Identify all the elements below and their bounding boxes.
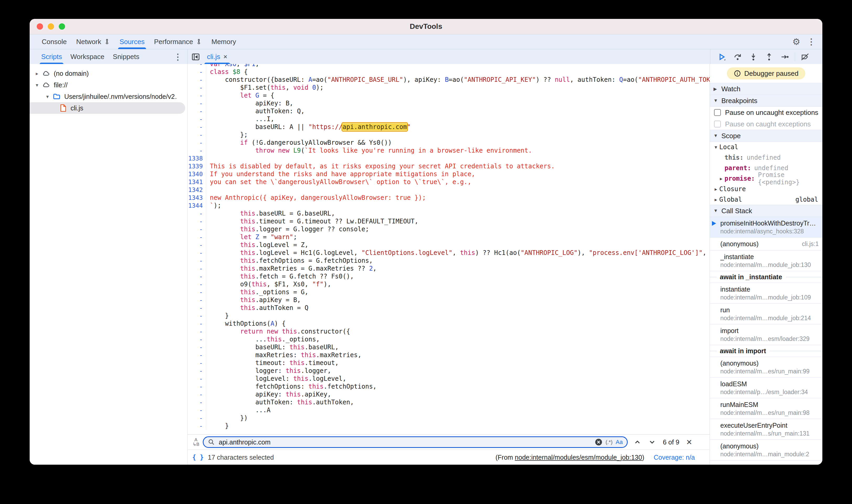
call-stack-section-header[interactable]: ▼Call Stack (710, 205, 822, 217)
code-line[interactable]: - this.authToken = Q (188, 304, 710, 312)
code-line[interactable]: - this.fetchOptions = G.fetchOptions, (188, 257, 710, 265)
line-number-gutter[interactable]: - (188, 91, 206, 100)
code-text[interactable]: let G = { (206, 91, 274, 100)
line-number-gutter[interactable]: - (188, 296, 206, 304)
code-text[interactable]: this.logger = G.logger ?? console; (206, 225, 369, 233)
scope-section-header[interactable]: ▼Scope (710, 130, 822, 142)
source-link[interactable]: node:internal/modules/esm/module_job:130 (515, 454, 642, 461)
line-number-gutter[interactable]: - (188, 217, 206, 225)
code-line[interactable]: 1340If you understand the risks and have… (188, 170, 710, 178)
chevron-down-icon[interactable]: ▾ (45, 94, 50, 100)
code-text[interactable]: this.maxRetries = G.maxRetries ?? 2, (206, 265, 377, 272)
line-number-gutter[interactable]: - (188, 123, 206, 131)
code-line[interactable]: - this.logLevel = Z, (188, 241, 710, 249)
line-number-gutter[interactable]: - (188, 241, 206, 249)
line-number-gutter[interactable]: 1340 (188, 170, 206, 178)
code-line[interactable]: - fetchOptions: this.fetchOptions, (188, 383, 710, 391)
code-line[interactable]: - logLevel: this.logLevel, (188, 375, 710, 383)
call-stack-frame[interactable]: (anonymous)cli.js:1 (710, 238, 822, 250)
code-text[interactable]: }; (206, 131, 248, 139)
code-text[interactable]: throw new L9(`It looks like you're runni… (206, 147, 532, 155)
close-tab-icon[interactable]: × (224, 53, 227, 61)
code-line[interactable]: - if (!G.dangerouslyAllowBrowser && Ys0(… (188, 139, 710, 147)
chevron-right-icon[interactable]: ▸ (34, 71, 40, 76)
code-text[interactable]: $F1.set(this, void 0); (206, 84, 324, 91)
code-text[interactable]: ...A (206, 406, 270, 414)
call-stack-frame[interactable]: importnode:internal/m…esm/loader:329 (710, 324, 822, 345)
code-line[interactable]: - this.logLevel = Hc1(G.logLevel, "Clien… (188, 249, 710, 257)
code-text[interactable]: this.apiKey = B, (206, 296, 301, 304)
code-text[interactable]: class $8 { (206, 68, 248, 76)
line-number-gutter[interactable]: - (188, 272, 206, 280)
code-line[interactable]: - apiKey: B, (188, 100, 710, 107)
code-text[interactable]: timeout: this.timeout, (206, 359, 339, 367)
line-number-gutter[interactable]: - (188, 351, 206, 359)
line-number-gutter[interactable]: - (188, 76, 206, 84)
line-number-gutter[interactable]: 1344 (188, 202, 206, 210)
line-number-gutter[interactable]: - (188, 375, 206, 383)
line-number-gutter[interactable]: - (188, 265, 206, 272)
settings-gear-icon[interactable]: ⚙ (793, 36, 800, 47)
code-text[interactable]: this._options = G, (206, 288, 308, 296)
tree-item-no-domain[interactable]: ▸ (no domain) (30, 68, 187, 79)
code-text[interactable]: var Xs0, $F1; (206, 64, 259, 68)
line-number-gutter[interactable]: - (188, 391, 206, 398)
code-line[interactable]: - baseURL: this.baseURL, (188, 343, 710, 351)
line-number-gutter[interactable]: - (188, 68, 206, 76)
code-line[interactable]: - }; (188, 131, 710, 139)
watch-section-header[interactable]: ▶Watch (710, 83, 822, 95)
step-into-icon[interactable] (747, 51, 760, 63)
code-line[interactable]: 1338 (188, 155, 710, 162)
code-text[interactable] (206, 155, 210, 162)
code-line[interactable]: - logger: this.logger, (188, 367, 710, 375)
code-line[interactable]: - let G = { (188, 91, 710, 100)
tree-item-clijs[interactable]: cli.js (30, 102, 185, 114)
code-line[interactable]: 1343new Anthropic({ apiKey, dangerouslyA… (188, 194, 710, 202)
code-line[interactable]: - $F1.set(this, void 0); (188, 84, 710, 91)
code-line[interactable]: - this.timeout = G.timeout ?? Lw.DEFAULT… (188, 217, 710, 225)
code-text[interactable]: withOptions(A) { (206, 320, 286, 327)
call-stack-frame[interactable]: (anonymous)node:internal/m…es/run_main:9… (710, 357, 822, 378)
step-out-icon[interactable] (762, 51, 776, 63)
code-line[interactable]: - } (188, 422, 710, 430)
code-line[interactable]: - maxRetries: this.maxRetries, (188, 351, 710, 359)
line-number-gutter[interactable]: - (188, 327, 206, 336)
line-number-gutter[interactable]: - (188, 304, 206, 312)
search-input[interactable] (218, 438, 592, 446)
code-text[interactable]: logLevel: this.logLevel, (206, 375, 346, 383)
line-number-gutter[interactable]: - (188, 64, 206, 68)
tree-item-file-scheme[interactable]: ▾ file:// (30, 79, 187, 91)
call-stack-frame[interactable]: _instantiatenode:internal/m…module_job:1… (710, 250, 822, 271)
chevron-down-icon[interactable]: ▾ (34, 82, 40, 88)
line-number-gutter[interactable]: - (188, 131, 206, 139)
code-text[interactable]: authToken: Q, (206, 107, 304, 115)
next-match-icon[interactable] (648, 438, 656, 446)
code-text[interactable]: return new this.constructor({ (206, 327, 350, 336)
previous-match-icon[interactable] (634, 438, 641, 446)
code-line[interactable]: - constructor({baseURL: A=ao("ANTHROPIC_… (188, 76, 710, 84)
breakpoints-section-header[interactable]: ▼Breakpoints (710, 95, 822, 107)
code-text[interactable]: }) (206, 414, 248, 422)
code-text[interactable]: if (!G.dangerouslyAllowBrowser && Ys0()) (206, 139, 392, 147)
line-number-gutter[interactable]: - (188, 406, 206, 414)
line-number-gutter[interactable]: - (188, 225, 206, 233)
code-text[interactable]: ...I, (206, 115, 274, 123)
code-line[interactable]: - withOptions(A) { (188, 320, 710, 327)
code-line[interactable]: - o9(this, $F1, Xs0, "f"), (188, 280, 710, 288)
coverage-link[interactable]: Coverage: n/a (654, 454, 695, 461)
code-text[interactable]: this.fetch = G.fetch ?? Fs0(), (206, 272, 354, 280)
tree-item-folder[interactable]: ▾ Users/jinhuilee/.nvm/versions/node/v2… (30, 91, 187, 102)
tab-network[interactable]: Network (71, 34, 114, 49)
code-line[interactable]: - ...I, (188, 115, 710, 123)
line-number-gutter[interactable]: - (188, 100, 206, 107)
file-tab-clijs[interactable]: cli.js × (202, 49, 232, 64)
line-number-gutter[interactable]: - (188, 249, 206, 257)
line-number-gutter[interactable]: - (188, 139, 206, 147)
checkbox[interactable] (714, 121, 721, 127)
code-text[interactable]: maxRetries: this.maxRetries, (206, 351, 361, 359)
more-options-icon[interactable]: ⋮ (807, 37, 816, 47)
match-case-toggle[interactable]: Aa (616, 439, 623, 446)
call-stack-frame[interactable]: runMainESMnode:internal/m…es/run_main:98 (710, 398, 822, 419)
code-text[interactable]: this.baseURL = G.baseURL, (206, 210, 335, 217)
tab-snippets[interactable]: Snippets (109, 49, 143, 64)
